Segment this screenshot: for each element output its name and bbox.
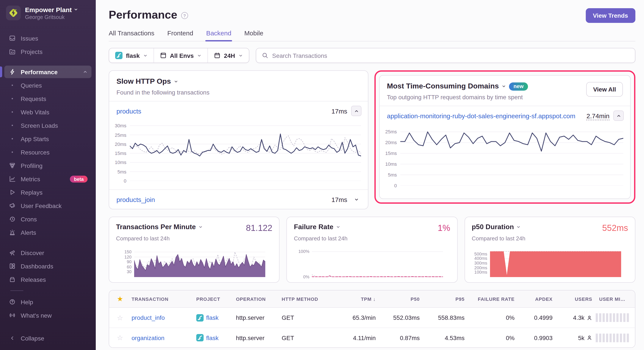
dashboards-icon [8, 263, 16, 269]
row-duration-value: 17ms [332, 196, 347, 203]
tab-all-transactions[interactable]: All Transactions [109, 29, 154, 41]
help-question-icon[interactable]: ? [181, 12, 188, 19]
column-header-p95[interactable]: P95 [423, 296, 468, 301]
column-header-apdex[interactable]: APDEX [518, 296, 556, 301]
environment-filter-label: All Envs [170, 52, 194, 59]
sidebar-item-queries[interactable]: Queries [4, 79, 92, 92]
sidebar-item-performance[interactable]: Performance [4, 66, 92, 78]
sidebar-item-user-feedback[interactable]: User Feedback [4, 199, 92, 212]
y-axis-tick-label: 0% [303, 274, 310, 279]
chart-plot-area[interactable] [130, 124, 361, 181]
domains-title[interactable]: Most Time-Consuming Domains new [387, 82, 528, 91]
sidebar-item-app-starts[interactable]: App Starts [4, 133, 92, 145]
y-axis-tick-label: 150 [124, 249, 132, 254]
project-link[interactable]: flask [206, 334, 219, 341]
column-header-tpm[interactable]: TPM ↓ [334, 296, 379, 301]
failure-rate-title[interactable]: Failure Rate [294, 223, 340, 231]
sidebar-item-collapse[interactable]: Collapse [4, 332, 92, 344]
sidebar-item-profiling[interactable]: Profiling [4, 159, 92, 172]
transaction-link[interactable]: product_info [132, 314, 165, 321]
y-axis-tick-label: 120 [124, 254, 132, 259]
sidebar-item-screen-loads[interactable]: Screen Loads [4, 119, 92, 132]
sidebar-item-what-s-new[interactable]: What's new [4, 309, 92, 321]
slow-http-ops-title[interactable]: Slow HTTP Ops [116, 77, 360, 86]
sidebar-item-issues[interactable]: Issues [4, 32, 92, 45]
project-cell: flask [193, 314, 232, 321]
sidebar-nav: IssuesProjectsPerformanceQueriesRequests… [0, 23, 96, 350]
sidebar: Empower Plant George Gritsouk IssuesProj… [0, 0, 96, 350]
sidebar-item-releases[interactable]: Releases [4, 273, 92, 286]
p50-duration-subtitle: Compared to last 24h [472, 235, 628, 242]
sidebar-item-alerts[interactable]: Alerts [4, 226, 92, 239]
column-header-http-method[interactable]: HTTP METHOD [278, 296, 334, 301]
project-filter[interactable]: flask [109, 48, 154, 63]
p50-duration-title[interactable]: p50 Duration [472, 223, 521, 231]
y-axis-tick-label: 30 [127, 269, 132, 274]
apdex-cell: 0.4999 [518, 314, 556, 321]
chevron-down-icon [502, 84, 506, 89]
sidebar-item-discover[interactable]: Discover [4, 246, 92, 259]
org-logo [6, 6, 21, 20]
slow-http-transaction-row: products17ms [109, 101, 368, 120]
sidebar-item-resources[interactable]: Resources [4, 146, 92, 158]
column-header-user-misery[interactable]: USER MISERY [596, 296, 635, 301]
sidebar-item-web-vitals[interactable]: Web Vitals [4, 106, 92, 118]
chevron-down-icon [143, 53, 148, 58]
replays-icon [8, 189, 16, 195]
failure-rate-value: 1% [438, 223, 450, 233]
transaction-link[interactable]: products_join [116, 196, 155, 203]
sidebar-item-requests[interactable]: Requests [4, 92, 92, 105]
chart-plot-area[interactable] [490, 250, 621, 277]
collapse-chevron-up-icon[interactable] [351, 106, 362, 116]
column-header-transaction[interactable]: TRANSACTION [128, 296, 193, 301]
tpm-title[interactable]: Transactions Per Minute [116, 223, 203, 231]
environment-filter[interactable]: All Envs [154, 48, 208, 63]
column-header-project[interactable]: PROJECT [193, 296, 232, 301]
failure-rate-cell: 0% [468, 334, 518, 341]
column-header-failure-rate[interactable]: FAILURE RATE [468, 296, 518, 301]
collapse-icon [8, 335, 16, 341]
column-header-users[interactable]: USERS [556, 296, 596, 301]
discover-icon [8, 249, 16, 256]
sidebar-item-replays[interactable]: Replays [4, 186, 92, 199]
sidebar-item-metrics[interactable]: Metricsbeta [4, 173, 92, 185]
chevron-up-icon [83, 70, 88, 74]
project-link[interactable]: flask [206, 314, 219, 321]
y-axis-labels: 100%0% [296, 250, 312, 277]
sidebar-item-projects[interactable]: Projects [4, 45, 92, 58]
search-input[interactable] [272, 52, 629, 59]
transaction-link[interactable]: organization [132, 334, 164, 341]
y-axis-labels: 30ms25ms20ms15ms10ms5ms0 [111, 124, 130, 181]
org-name: Empower Plant [25, 6, 78, 13]
sidebar-item-dashboards[interactable]: Dashboards [4, 260, 92, 272]
expand-chevron-down-icon[interactable] [351, 194, 362, 205]
chart-plot-area[interactable] [312, 250, 444, 277]
favorite-star-icon[interactable]: ☆ [109, 333, 128, 342]
tab-backend[interactable]: Backend [206, 29, 232, 41]
chart-plot-area[interactable] [134, 250, 266, 277]
new-badge: new [509, 82, 528, 90]
date-range-filter[interactable]: 24H [208, 48, 249, 63]
collapse-chevron-up-icon[interactable] [613, 111, 624, 121]
transaction-link[interactable]: application-monitoring-ruby-dot-sales-en… [387, 112, 576, 119]
failure-rate-cell: 0% [468, 314, 518, 321]
transactions-table-body: ☆product_infoflaskhttp.serverGET65.3/min… [109, 308, 635, 347]
domains-chart: 25ms20ms15ms10ms5ms0 [380, 125, 630, 186]
tab-mobile[interactable]: Mobile [244, 29, 263, 41]
transaction-link[interactable]: products [116, 107, 141, 115]
view-trends-button[interactable]: View Trends [586, 8, 635, 23]
view-all-button[interactable]: View All [586, 82, 623, 97]
org-switcher[interactable]: Empower Plant George Gritsouk [0, 0, 96, 23]
sidebar-item-help[interactable]: Help [4, 296, 92, 308]
tab-frontend[interactable]: Frontend [167, 29, 193, 41]
sidebar-item-crons[interactable]: Crons [4, 213, 92, 225]
project-filter-label: flask [126, 52, 140, 59]
column-header-p50[interactable]: P50 [379, 296, 423, 301]
bullet-dot-icon [8, 125, 16, 126]
column-header-operation[interactable]: OPERATION [232, 296, 278, 301]
chart-plot-area[interactable] [400, 129, 623, 186]
crons-icon [8, 216, 16, 222]
favorite-star-icon[interactable]: ☆ [109, 313, 128, 322]
favorites-column-star-icon[interactable]: ★ [109, 295, 128, 303]
person-icon [587, 335, 592, 340]
